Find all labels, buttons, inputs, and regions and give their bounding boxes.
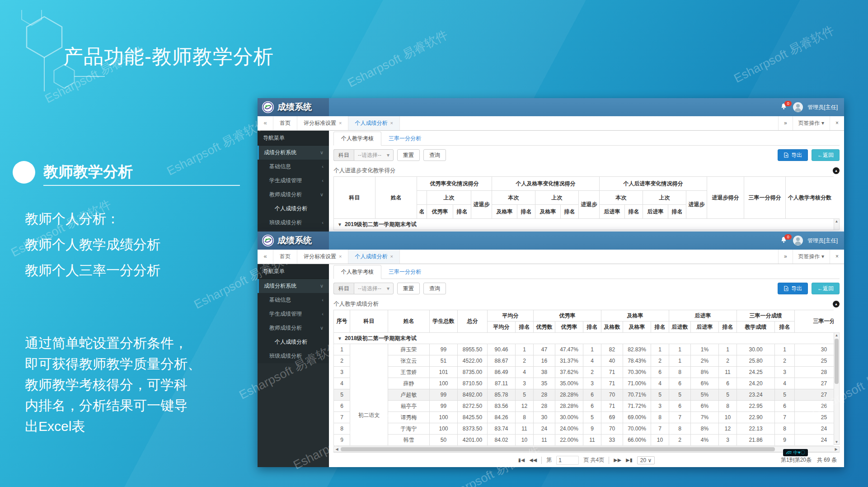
scroll-thumb[interactable] xyxy=(835,339,839,384)
subject-select[interactable]: --请选择-- ▾ xyxy=(354,283,394,294)
cell: 35.00% xyxy=(555,378,583,389)
breadcrumb-tab[interactable]: 个人成绩分析× xyxy=(348,250,399,264)
tab-close-icon[interactable]: × xyxy=(390,120,393,126)
table-row[interactable]: 6籍亭亭998272.5083.56122828.28%67171.72%366… xyxy=(334,401,834,412)
column-header: 平均分 xyxy=(488,322,516,333)
group-row[interactable]: ▼2018级初二第一学期期末考试 xyxy=(334,333,834,344)
notification-bell-button[interactable]: 0 xyxy=(780,236,788,245)
cell: 99 xyxy=(430,401,458,412)
reset-button[interactable]: 重置 xyxy=(397,283,420,294)
cell: 25 xyxy=(795,355,834,367)
reset-button[interactable]: 重置 xyxy=(397,149,420,161)
breadcrumb-tab[interactable]: 首页 xyxy=(273,116,297,130)
page-size-select[interactable]: 20 ∨ xyxy=(637,456,655,464)
tab-close-icon[interactable]: × xyxy=(390,254,393,259)
cell: 1 xyxy=(775,344,795,355)
avatar[interactable] xyxy=(793,236,803,246)
prev-page-button[interactable]: ◀◀ xyxy=(529,457,537,463)
table-row[interactable]: 4薛静1008710.5087.1133535.00%37171.00%466%… xyxy=(334,378,834,389)
cell: 7 xyxy=(669,412,691,423)
column-header: 三率一分成绩 xyxy=(737,310,795,322)
panel-collapse-icon[interactable]: ▴ xyxy=(833,301,840,307)
sidebar-item-教师成绩分析[interactable]: 教师成绩分析∨ xyxy=(258,321,329,335)
sidebar-item-教师成绩分析[interactable]: 教师成绩分析∨ xyxy=(258,188,329,202)
cell-index: 4 xyxy=(334,378,350,389)
first-page-button[interactable]: ▮◀ xyxy=(518,457,525,463)
expand-tabs-icon[interactable]: » xyxy=(778,250,793,264)
table-row[interactable]: 5卢超敏998492.0085.7852828.28%67070.71%555%… xyxy=(334,389,834,401)
body-line: 出Excel表 xyxy=(25,416,201,437)
back-button[interactable]: ←返回 xyxy=(812,283,840,294)
sidebar-item-label: 基础信息 xyxy=(269,160,291,174)
sidebar-item-个人成绩分析[interactable]: 个人成绩分析 xyxy=(258,202,329,216)
cell: 1 xyxy=(651,344,669,355)
tab-operations-button[interactable]: 页签操作 ▾ xyxy=(793,250,830,264)
page-input[interactable]: 1 xyxy=(556,456,579,465)
vertical-scrollbar[interactable]: ▲ xyxy=(834,218,840,230)
sidebar-item-学生成绩管理[interactable]: 学生成绩管理‹ xyxy=(258,307,329,321)
scroll-right-icon[interactable]: ▶ xyxy=(833,447,839,451)
tab-close-icon[interactable]: × xyxy=(339,120,342,126)
expand-tabs-icon[interactable]: » xyxy=(778,116,793,130)
group-row[interactable]: ▼2019级初二第一学期期末考试 xyxy=(334,219,834,230)
sidebar-item-基础信息[interactable]: 基础信息‹ xyxy=(258,293,329,307)
export-button[interactable]: 导出 xyxy=(778,149,808,161)
sidebar-item-label: 成绩分析系统 xyxy=(264,279,296,293)
cell: 100 xyxy=(430,423,458,435)
tabbar-close-icon[interactable]: × xyxy=(830,250,844,264)
tab-个人教学考核[interactable]: 个人教学考核 xyxy=(333,132,381,146)
sidebar-item-成绩分析系统[interactable]: 成绩分析系统∨ xyxy=(258,279,329,293)
table-row[interactable]: 7谭秀梅1008425.5084.2683030.00%56969.00%877… xyxy=(334,412,834,423)
sidebar-item-基础信息[interactable]: 基础信息‹ xyxy=(258,160,329,174)
notification-bell-button[interactable]: 0 xyxy=(780,103,788,111)
breadcrumb-tab[interactable]: 评分标准设置× xyxy=(297,116,348,130)
filter-toolbar: 科目--请选择-- ▾重置查询 导出←返回 xyxy=(333,146,840,165)
tabbar-close-icon[interactable]: × xyxy=(830,116,844,130)
collapse-tabs-icon[interactable]: « xyxy=(258,116,273,130)
column-header: 三率一分得分 xyxy=(744,177,786,219)
breadcrumb-tab[interactable]: 评分标准设置× xyxy=(297,250,348,264)
scroll-down-icon[interactable]: ▼ xyxy=(835,440,839,444)
body-line: 即可获得教师教学质量分析、 xyxy=(25,354,201,374)
last-page-button[interactable]: ▶▮ xyxy=(626,457,633,463)
export-button[interactable]: 导出 xyxy=(778,283,808,294)
sidebar-item-成绩分析系统[interactable]: 成绩分析系统∨ xyxy=(258,146,329,160)
collapse-tabs-icon[interactable]: « xyxy=(258,250,273,264)
tab-三率一分分析[interactable]: 三率一分分析 xyxy=(381,265,428,279)
subject-select[interactable]: --请选择-- ▾ xyxy=(354,149,394,161)
scroll-left-icon[interactable]: ◀ xyxy=(334,447,340,451)
cell: 5% xyxy=(691,389,719,401)
sidebar-item-个人成绩分析[interactable]: 个人成绩分析 xyxy=(258,335,329,349)
scroll-thumb[interactable] xyxy=(341,447,775,451)
horizontal-scrollbar[interactable]: ◀▶ xyxy=(333,446,840,452)
table-row[interactable]: 2张立云514522.0088.6721631.37%44078.43%212%… xyxy=(334,355,834,367)
cell: 35 xyxy=(534,378,555,389)
avatar[interactable] xyxy=(793,102,803,112)
breadcrumb-tab[interactable]: 首页 xyxy=(273,250,297,264)
query-button[interactable]: 查询 xyxy=(423,283,446,294)
sidebar-item-班级成绩分析[interactable]: 班级成绩分析‹ xyxy=(258,216,329,230)
query-button[interactable]: 查询 xyxy=(423,149,446,161)
tab-个人教学考核[interactable]: 个人教学考核 xyxy=(333,265,381,279)
panel-collapse-icon[interactable]: ▴ xyxy=(833,167,840,174)
tab-三率一分分析[interactable]: 三率一分分析 xyxy=(381,132,428,145)
table-row[interactable]: 8于海宁1008373.5083.74112424.00%97070.00%78… xyxy=(334,423,834,435)
back-button[interactable]: ←返回 xyxy=(812,149,840,161)
tab-operations-button[interactable]: 页签操作 ▾ xyxy=(793,116,830,130)
sidebar-item-label: 基础信息 xyxy=(269,293,291,307)
scroll-up-icon[interactable]: ▲ xyxy=(835,333,839,338)
table-row[interactable]: 9韩雪504201.0084.02101122.00%113366.00%102… xyxy=(334,435,834,446)
table-row[interactable]: 1初二语文薛玉荣998955.5090.4614747.47%18282.83%… xyxy=(334,344,834,355)
column-header: 及格率 xyxy=(623,322,651,333)
scroll-track[interactable] xyxy=(340,447,833,452)
breadcrumb-tab[interactable]: 个人成绩分析× xyxy=(348,116,399,130)
table-row[interactable]: 3王雪娇1018735.0086.4943837.62%27170.30%688… xyxy=(334,367,834,378)
next-page-button[interactable]: ▶▶ xyxy=(614,457,621,463)
data-table: 序号科目姓名学生总数总分平均分优秀率及格率后进率三率一分成绩三率一分平均分排名优… xyxy=(333,310,834,446)
sidebar-item-班级成绩分析[interactable]: 班级成绩分析‹ xyxy=(258,349,329,363)
sidebar-item-学生成绩管理[interactable]: 学生成绩管理‹ xyxy=(258,174,329,188)
vertical-scrollbar[interactable]: ▲▼ xyxy=(834,332,840,445)
scroll-up-icon[interactable]: ▲ xyxy=(835,219,839,224)
sidebar-nav-title: 导航菜单 xyxy=(258,264,329,279)
tab-close-icon[interactable]: × xyxy=(339,254,342,259)
